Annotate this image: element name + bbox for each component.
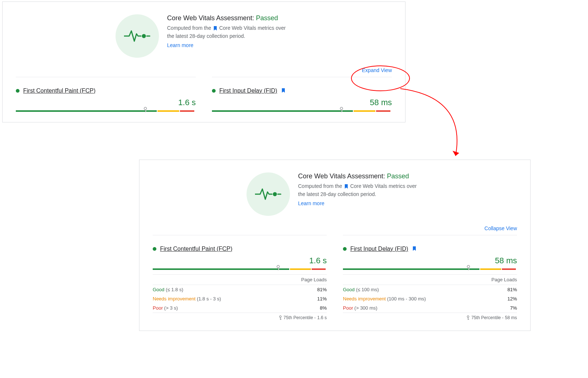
expand-view-button[interactable]: Expand View bbox=[362, 67, 392, 73]
panel-header: Core Web Vitals Assessment: Passed Compu… bbox=[16, 14, 392, 58]
svg-point-8 bbox=[277, 265, 279, 268]
metric-name-fcp[interactable]: First Contentful Paint (FCP) bbox=[23, 88, 96, 94]
vitals-pass-badge bbox=[247, 172, 290, 216]
cwv-panel-expanded: Core Web Vitals Assessment: Passed Compu… bbox=[139, 160, 531, 331]
metric-name-fcp[interactable]: First Contentful Paint (FCP) bbox=[160, 246, 233, 252]
metric-bar-fcp bbox=[16, 110, 196, 112]
svg-point-4 bbox=[340, 107, 343, 110]
metric-fid: First Input Delay (FID) 58 ms bbox=[212, 77, 392, 112]
vitals-pass-badge bbox=[116, 14, 159, 58]
bar-ok bbox=[157, 110, 179, 112]
metric-bar-fid bbox=[343, 268, 517, 270]
assessment-subtitle: Computed from the Core Web Vitals metric… bbox=[298, 182, 423, 198]
assessment-status: Passed bbox=[387, 172, 409, 180]
metric-value-fcp: 1.6 s bbox=[153, 256, 327, 265]
status-dot-good bbox=[212, 89, 216, 93]
assessment-subtitle: Computed from the Core Web Vitals metric… bbox=[167, 24, 292, 40]
view-toggle-row: Expand View bbox=[16, 67, 392, 73]
key-icon bbox=[279, 315, 282, 320]
svg-point-15 bbox=[467, 316, 469, 318]
metrics-row: First Contentful Paint (FCP) 1.6 s First… bbox=[16, 77, 392, 112]
bar-marker bbox=[276, 265, 280, 272]
bookmark-icon bbox=[213, 25, 217, 32]
key-icon bbox=[466, 315, 470, 320]
breakdown-row-needs-improvement: Needs improvement (100 ms - 300 ms) 12% bbox=[343, 294, 517, 303]
annotation-arrow bbox=[399, 87, 468, 160]
metrics-row: First Contentful Paint (FCP) 1.6 s Page … bbox=[153, 235, 517, 320]
metric-value-fcp: 1.6 s bbox=[16, 98, 196, 107]
bookmark-icon bbox=[281, 88, 285, 94]
svg-point-13 bbox=[467, 265, 470, 268]
percentile-fcp: 75th Percentile - 1.6 s bbox=[153, 313, 327, 320]
title-prefix: Core Web Vitals Assessment: bbox=[298, 172, 385, 180]
bar-ok bbox=[290, 268, 311, 270]
breakdown-header: Page Loads bbox=[153, 275, 327, 285]
svg-point-10 bbox=[279, 316, 281, 318]
percentile-fid: 75th Percentile - 58 ms bbox=[343, 313, 517, 320]
bookmark-icon bbox=[344, 183, 348, 190]
assessment-title: Core Web Vitals Assessment: Passed bbox=[167, 14, 292, 22]
breakdown-row-good: Good (≤ 100 ms) 81% bbox=[343, 285, 517, 294]
bar-marker bbox=[467, 265, 470, 272]
bar-good2 bbox=[146, 110, 157, 112]
breakdown-header: Page Loads bbox=[343, 275, 517, 285]
metric-value-fid: 58 ms bbox=[343, 256, 517, 265]
breakdown-row-good: Good (≤ 1.8 s) 81% bbox=[153, 285, 327, 294]
bar-good bbox=[212, 110, 341, 112]
metric-name-fid[interactable]: First Input Delay (FID) bbox=[219, 88, 277, 94]
status-dot-good bbox=[343, 247, 347, 251]
svg-point-2 bbox=[144, 107, 147, 110]
assessment-status: Passed bbox=[256, 14, 278, 22]
bar-good2 bbox=[469, 268, 479, 270]
bar-good bbox=[343, 268, 468, 270]
heartbeat-icon bbox=[124, 29, 150, 43]
cwv-panel-collapsed: Core Web Vitals Assessment: Passed Compu… bbox=[2, 1, 405, 122]
header-text: Core Web Vitals Assessment: Passed Compu… bbox=[167, 14, 292, 58]
metric-value-fid: 58 ms bbox=[212, 98, 392, 107]
panel-header: Core Web Vitals Assessment: Passed Compu… bbox=[153, 172, 517, 216]
bar-marker bbox=[340, 107, 343, 114]
status-dot-good bbox=[16, 89, 20, 93]
breakdown-fcp: Page Loads Good (≤ 1.8 s) 81% Needs impr… bbox=[153, 274, 327, 320]
bar-ok bbox=[354, 110, 375, 112]
collapse-view-button[interactable]: Collapse View bbox=[485, 225, 517, 231]
bar-good2 bbox=[342, 110, 353, 112]
learn-more-link[interactable]: Learn more bbox=[167, 42, 194, 48]
learn-more-link[interactable]: Learn more bbox=[298, 200, 325, 206]
bar-good bbox=[153, 268, 278, 270]
bookmark-icon bbox=[412, 246, 416, 252]
bar-bad bbox=[502, 268, 516, 270]
bar-bad bbox=[180, 110, 194, 112]
bar-bad bbox=[312, 268, 326, 270]
header-text: Core Web Vitals Assessment: Passed Compu… bbox=[298, 172, 423, 216]
bar-marker bbox=[144, 107, 147, 114]
metric-fcp: First Contentful Paint (FCP) 1.6 s bbox=[16, 77, 196, 112]
metric-bar-fid bbox=[212, 110, 392, 112]
bar-ok bbox=[480, 268, 501, 270]
title-prefix: Core Web Vitals Assessment: bbox=[167, 14, 254, 22]
status-dot-good bbox=[153, 247, 156, 251]
svg-point-6 bbox=[273, 192, 277, 196]
metric-fcp-expanded: First Contentful Paint (FCP) 1.6 s Page … bbox=[153, 235, 327, 320]
svg-point-0 bbox=[142, 34, 146, 38]
bar-good bbox=[16, 110, 145, 112]
breakdown-fid: Page Loads Good (≤ 100 ms) 81% Needs imp… bbox=[343, 274, 517, 320]
heartbeat-icon bbox=[255, 187, 281, 202]
assessment-title: Core Web Vitals Assessment: Passed bbox=[298, 172, 423, 180]
breakdown-row-needs-improvement: Needs improvement (1.8 s - 3 s) 11% bbox=[153, 294, 327, 303]
metric-name-fid[interactable]: First Input Delay (FID) bbox=[350, 246, 408, 252]
metric-bar-fcp bbox=[153, 268, 327, 270]
breakdown-row-poor: Poor (> 3 s) 8% bbox=[153, 303, 327, 313]
breakdown-row-poor: Poor (> 300 ms) 7% bbox=[343, 303, 517, 313]
bar-good2 bbox=[279, 268, 289, 270]
bar-bad bbox=[376, 110, 390, 112]
metric-fid-expanded: First Input Delay (FID) 58 ms Page Loads… bbox=[343, 235, 517, 320]
